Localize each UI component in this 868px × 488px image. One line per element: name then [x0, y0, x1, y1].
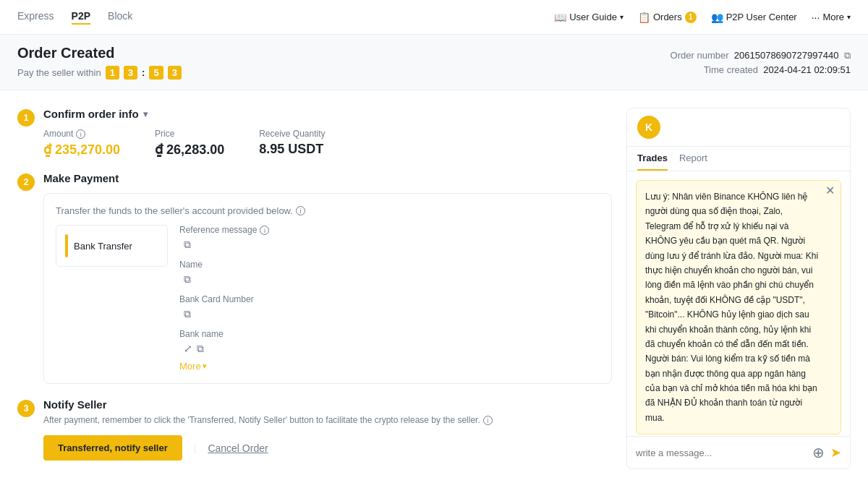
name-label: Name: [179, 260, 600, 270]
payment-indicator: [65, 234, 68, 257]
p2p-user-center-nav[interactable]: 👥 P2P User Center: [711, 12, 797, 23]
step-1: 1 Confirm order info ▾ Amount i ₫ 235,27…: [17, 108, 612, 158]
field-amount: Amount i ₫ 235,270.00: [43, 129, 120, 158]
chevron-down-icon: ▾: [620, 13, 624, 21]
chat-panel: K Trades Report ✕ Lưu ý: Nhân viên Binan…: [626, 108, 851, 469]
timer-2: 3: [124, 66, 137, 80]
more-btn[interactable]: More ▾: [179, 361, 600, 372]
send-icon[interactable]: ➤: [830, 445, 841, 461]
warning-close-btn[interactable]: ✕: [825, 185, 835, 197]
payment-method-box: Bank Transfer: [56, 225, 168, 267]
order-header: Order Created Pay the seller within 1 3 …: [0, 35, 868, 90]
chevron-down-icon-more: ▾: [847, 13, 851, 21]
tab-p2p[interactable]: P2P: [72, 10, 90, 25]
chat-tab-report[interactable]: Report: [679, 153, 707, 171]
chat-header: K: [627, 108, 850, 147]
field-name: Name ⧉: [179, 260, 600, 286]
price-value: ₫ 26,283.00: [155, 142, 224, 158]
step-2: 2 Make Payment Transfer the funds to the…: [17, 172, 612, 384]
receive-value: 8.95 USDT: [259, 142, 325, 157]
payment-desc-icon[interactable]: i: [296, 206, 305, 215]
user-guide-nav[interactable]: 📖 User Guide ▾: [554, 12, 624, 23]
warning-message: ✕ Lưu ý: Nhân viên Binance KHÔNG liên hệ…: [636, 180, 841, 435]
step-1-content: Confirm order info ▾ Amount i ₫ 235,270.…: [43, 108, 612, 158]
order-subtitle-row: Pay the seller within 1 3 : 5 3: [17, 66, 182, 80]
field-card: Bank Card Number ⧉: [179, 294, 600, 320]
timer-sep: :: [142, 67, 145, 78]
name-value-row: ⧉: [179, 273, 600, 286]
field-receive: Receive Quantity 8.95 USDT: [259, 129, 325, 158]
step-1-title[interactable]: Confirm order info ▾: [43, 108, 612, 120]
cancel-order-button[interactable]: Cancel Order: [208, 442, 268, 454]
notify-desc: After payment, remember to click the 'Tr…: [43, 415, 612, 425]
nav-right: 📖 User Guide ▾ 📋 Orders 1 👥 P2P User Cen…: [554, 12, 851, 23]
card-value-row: ⧉: [179, 307, 600, 320]
nav-tabs: Express P2P Block: [17, 10, 132, 25]
action-buttons: Transferred, notify seller | Cancel Orde…: [43, 435, 612, 461]
order-time-label: Time created: [704, 64, 758, 75]
main-layout: 1 Confirm order info ▾ Amount i ₫ 235,27…: [0, 90, 868, 488]
order-title: Order Created: [17, 45, 182, 61]
attach-icon[interactable]: ⊕: [812, 444, 825, 461]
payment-desc: Transfer the funds to the seller's accou…: [56, 205, 600, 216]
order-number-value: 20615078690727997440: [734, 50, 839, 61]
step-3-circle: 3: [17, 400, 35, 417]
copy-card-btn[interactable]: ⧉: [184, 308, 191, 320]
order-meta: Order number 20615078690727997440 ⧉ Time…: [671, 50, 851, 75]
left-panel: 1 Confirm order info ▾ Amount i ₫ 235,27…: [17, 108, 612, 475]
more-icon: ···: [812, 12, 820, 23]
expand-bank-icon[interactable]: ⤢: [184, 343, 192, 354]
field-reference: Reference message i ⧉: [179, 225, 600, 251]
notify-info-icon[interactable]: i: [483, 416, 493, 425]
book-icon: 📖: [554, 12, 566, 23]
order-fields: Amount i ₫ 235,270.00 Price ₫ 26,283.00 …: [43, 129, 612, 158]
field-bank: Bank name ⤢ ⧉: [179, 329, 600, 355]
reference-value-row: ⧉: [179, 238, 600, 251]
orders-badge: 1: [685, 12, 697, 23]
step-2-title: Make Payment: [43, 172, 612, 184]
payment-grid: Bank Transfer Reference message i: [56, 225, 600, 372]
chevron-more-icon: ▾: [203, 361, 207, 371]
receive-label: Receive Quantity: [259, 129, 325, 139]
order-time-row: Time created 2024-04-21 02:09:51: [671, 64, 851, 75]
order-number-label: Order number: [671, 50, 729, 61]
bank-label: Bank name: [179, 329, 600, 339]
tab-block[interactable]: Block: [108, 10, 132, 25]
ref-info-icon[interactable]: i: [260, 226, 269, 235]
bank-value-row: ⤢ ⧉: [179, 342, 600, 355]
step-2-content: Make Payment Transfer the funds to the s…: [43, 172, 612, 384]
card-label: Bank Card Number: [179, 294, 600, 304]
payment-method-name: Bank Transfer: [74, 241, 132, 252]
order-header-left: Order Created Pay the seller within 1 3 …: [17, 45, 182, 80]
order-subtitle-text: Pay the seller within: [17, 67, 101, 78]
chat-input-area: ⊕ ➤: [627, 436, 850, 468]
step-2-circle: 2: [17, 174, 35, 191]
top-nav: Express P2P Block 📖 User Guide ▾ 📋 Order…: [0, 0, 868, 35]
order-number-row: Order number 20615078690727997440 ⧉: [671, 50, 851, 61]
amount-label: Amount i: [43, 129, 120, 139]
avatar: K: [637, 116, 660, 139]
step-1-chevron: ▾: [143, 109, 148, 119]
chat-tabs: Trades Report: [627, 147, 850, 171]
payment-box: Transfer the funds to the seller's accou…: [43, 193, 612, 384]
amount-value: ₫ 235,270.00: [43, 142, 120, 158]
amount-info-icon[interactable]: i: [76, 129, 85, 139]
copy-order-icon[interactable]: ⧉: [844, 50, 851, 61]
step-1-circle: 1: [17, 109, 35, 127]
warning-text: Lưu ý: Nhân viên Binance KHÔNG liên hệ n…: [645, 192, 818, 423]
chat-input[interactable]: [636, 448, 807, 458]
more-nav[interactable]: ··· More ▾: [812, 12, 851, 23]
notify-seller-button[interactable]: Transferred, notify seller: [43, 435, 182, 461]
copy-name-btn[interactable]: ⧉: [184, 273, 191, 286]
copy-reference-btn[interactable]: ⧉: [184, 239, 191, 251]
orders-nav[interactable]: 📋 Orders 1: [638, 12, 697, 23]
payment-fields: Reference message i ⧉ Name: [179, 225, 600, 372]
chat-tab-trades[interactable]: Trades: [637, 153, 668, 171]
order-time-value: 2024-04-21 02:09:51: [763, 64, 851, 75]
chat-messages: ✕ Lưu ý: Nhân viên Binance KHÔNG liên hệ…: [627, 171, 850, 436]
tab-express[interactable]: Express: [17, 10, 54, 25]
copy-bank-btn[interactable]: ⧉: [197, 343, 204, 355]
users-icon: 👥: [711, 12, 723, 23]
reference-label: Reference message i: [179, 225, 600, 235]
step-3-content: Notify Seller After payment, remember to…: [43, 398, 612, 461]
